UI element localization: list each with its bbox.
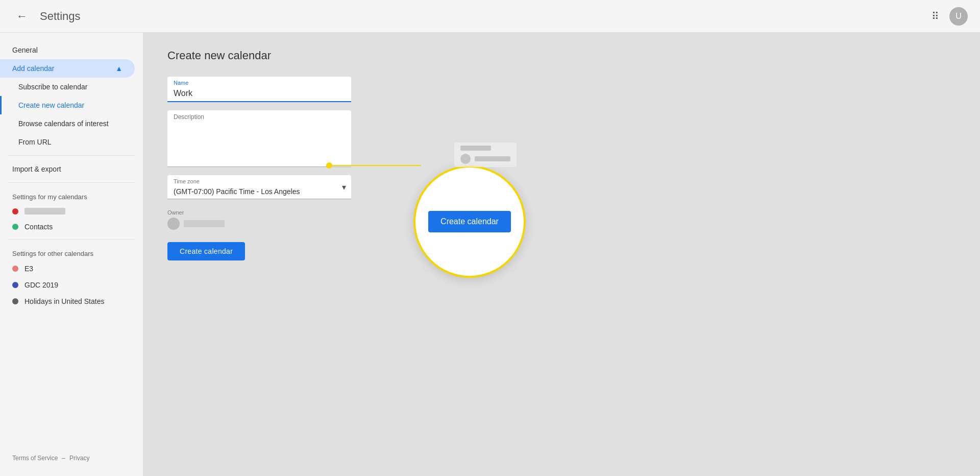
blurred-avatar	[460, 154, 471, 164]
section-header-other-calendars: Settings for other calendars	[0, 244, 143, 260]
sidebar-divider-3	[8, 239, 135, 240]
timezone-label: Time zone	[174, 178, 200, 184]
name-input-wrapper: Name	[167, 77, 351, 102]
sidebar-divider-2	[8, 182, 135, 183]
sidebar-subitem-browse[interactable]: Browse calendars of interest	[0, 114, 135, 133]
sidebar-item-general[interactable]: General	[0, 41, 135, 59]
calendar-item-my-1[interactable]	[0, 204, 143, 219]
e3-label: E3	[24, 265, 33, 273]
blurred-name	[475, 156, 510, 161]
holidays-label: Holidays in United States	[24, 297, 104, 305]
main-content: Create new calendar Name Description T	[143, 33, 980, 476]
svg-point-1	[326, 162, 332, 169]
avatar[interactable]: U	[949, 7, 968, 26]
sidebar-divider-1	[8, 155, 135, 156]
privacy-link[interactable]: Privacy	[69, 455, 89, 462]
sidebar-subitem-create-new[interactable]: Create new calendar	[0, 96, 135, 114]
sidebar: General Add calendar ▲ Subscribe to cale…	[0, 33, 143, 476]
topbar: ← Settings ⠿ U	[0, 0, 980, 33]
owner-field: Owner	[167, 209, 351, 230]
topbar-left: ← Settings	[12, 6, 81, 27]
add-calendar-label: Add calendar	[12, 64, 55, 73]
spotlight-overlay: Create calendar	[413, 165, 526, 278]
spotlight-create-button[interactable]: Create calendar	[428, 211, 511, 232]
grid-icon[interactable]: ⠿	[927, 6, 943, 27]
calendar-item-holidays[interactable]: Holidays in United States	[0, 293, 143, 310]
calendar-item-e3[interactable]: E3	[0, 260, 143, 277]
name-label: Name	[174, 80, 188, 86]
create-calendar-button[interactable]: Create calendar	[167, 242, 245, 260]
name-input[interactable]	[167, 77, 351, 101]
dot-green	[12, 224, 18, 230]
section-header-my-calendars: Settings for my calendars	[0, 187, 143, 204]
dot-red	[12, 208, 18, 215]
calendar-item-gdc[interactable]: GDC 2019	[0, 277, 143, 293]
topbar-right: ⠿ U	[927, 6, 968, 27]
gdc-label: GDC 2019	[24, 281, 58, 289]
dot-slate	[12, 298, 18, 304]
description-field-wrapper: Description	[167, 110, 351, 167]
owner-avatar	[167, 218, 180, 230]
owner-value	[167, 218, 351, 230]
blurred-owner-section	[454, 142, 517, 167]
owner-name	[184, 220, 225, 227]
sidebar-footer: Terms of Service – Privacy	[0, 448, 143, 468]
sidebar-subitem-from-url[interactable]: From URL	[0, 133, 135, 151]
chevron-up-icon: ▲	[115, 64, 122, 73]
sidebar-subitem-subscribe[interactable]: Subscribe to calendar	[0, 78, 135, 96]
create-calendar-form: Name Description Time zone (GMT-07:00) P…	[167, 77, 351, 260]
calendar-item-contacts[interactable]: Contacts	[0, 219, 143, 235]
my-calendar-1-name	[24, 208, 65, 215]
name-field-wrapper: Name	[167, 77, 351, 102]
contacts-label: Contacts	[24, 223, 53, 231]
connector-line	[324, 150, 426, 181]
back-button[interactable]: ←	[12, 6, 32, 27]
main-title: Create new calendar	[167, 49, 955, 62]
blurred-owner-row	[460, 154, 510, 164]
dot-orange	[12, 266, 18, 272]
timezone-field-wrapper: Time zone (GMT-07:00) Pacific Time - Los…	[167, 175, 351, 199]
back-icon: ←	[16, 10, 28, 23]
dot-blue-dark	[12, 282, 18, 288]
spotlight-circle: Create calendar	[413, 165, 526, 278]
sidebar-item-import-export[interactable]: Import & export	[0, 160, 135, 178]
sidebar-item-add-calendar[interactable]: Add calendar ▲	[0, 59, 135, 78]
blurred-bar-1	[460, 146, 491, 151]
page-title: Settings	[40, 10, 81, 23]
description-textarea-wrapper: Description	[167, 110, 351, 167]
layout: General Add calendar ▲ Subscribe to cale…	[0, 33, 980, 476]
terms-link[interactable]: Terms of Service	[12, 455, 58, 462]
timezone-select-wrapper: Time zone (GMT-07:00) Pacific Time - Los…	[167, 175, 351, 199]
description-label: Description	[174, 113, 204, 121]
owner-label: Owner	[167, 209, 351, 216]
